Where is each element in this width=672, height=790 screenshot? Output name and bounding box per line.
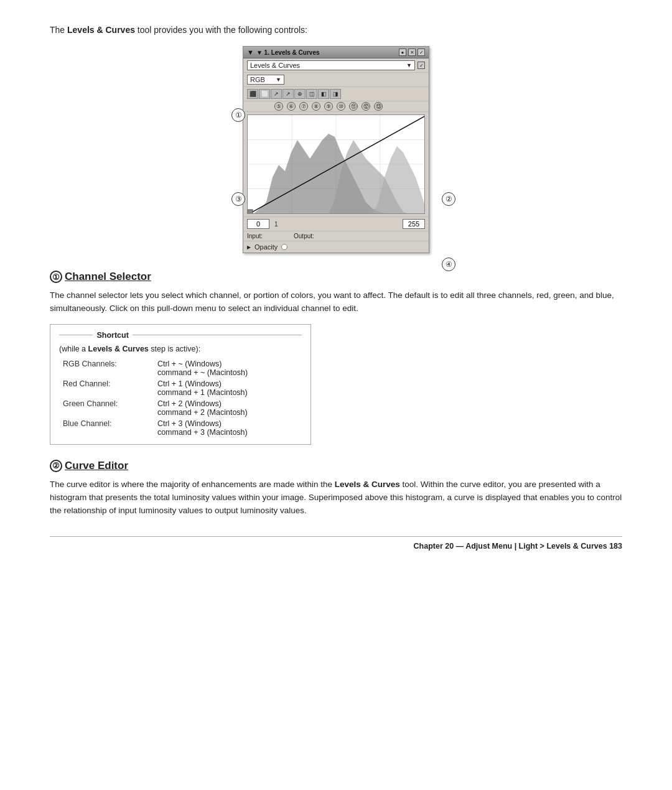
circle-13: ⑬: [374, 102, 383, 111]
input-field-label: Input:: [247, 233, 263, 239]
curve-editor-area: [247, 114, 425, 214]
circle-11: ⑪: [349, 102, 358, 111]
shortcut-row: Green Channel:Ctrl + 2 (Windows)command …: [59, 398, 302, 418]
dropdown-label: Levels & Curves: [250, 62, 300, 69]
channel-selector-number: ①: [50, 271, 62, 283]
shortcut-title: Shortcut: [59, 331, 302, 340]
circle-10: ⑩: [337, 102, 345, 111]
panel-btn-x[interactable]: ✕: [408, 49, 416, 56]
curve-editor-body-bold: Levels & Curves: [335, 480, 400, 489]
opacity-label: Opacity: [254, 243, 278, 251]
curve-editor-heading: ② Curve Editor: [50, 460, 622, 472]
dropdown-check[interactable]: ✓: [418, 62, 425, 69]
shortcut-row-keys: Ctrl + 1 (Windows)command + 1 (Macintosh…: [154, 378, 302, 398]
tool-btn-1[interactable]: ⬛: [247, 89, 258, 99]
callout-1: ①: [231, 108, 245, 122]
intro-bold: Levels & Curves: [67, 25, 135, 35]
tool-btn-3[interactable]: ↗: [271, 89, 282, 99]
panel-btn-check[interactable]: ✓: [418, 49, 425, 56]
levels-curves-dropdown[interactable]: Levels & Curves ▼: [247, 60, 415, 70]
shortcut-row-keys: Ctrl + 3 (Windows)command + 3 (Macintosh…: [154, 418, 302, 438]
circle-8: ⑧: [312, 102, 320, 111]
circle-6: ⑥: [287, 102, 296, 111]
circle-labels-row: ⑤ ⑥ ⑦ ⑧ ⑨ ⑩ ⑪ ⑫ ⑬: [243, 101, 429, 112]
panel-title-label: ▼ 1. Levels & Curves: [256, 49, 320, 56]
intro-text-after: tool provides you with the following con…: [135, 25, 307, 35]
footer-text: Chapter 20 — Adjust Menu | Light > Level…: [414, 542, 622, 551]
panel-title-triangle: ▼: [247, 49, 254, 56]
shortcut-row-label: RGB Channels:: [59, 358, 154, 378]
curve-editor-body-pre: The curve editor is where the majority o…: [50, 480, 335, 489]
channel-dropdown[interactable]: RGB ▼: [247, 75, 284, 85]
panel-diagram: ① ③ ② ④ ▼ ▼ 1. Levels & Curves ● ✕ ✓: [50, 46, 622, 253]
dropdown-arrow-icon: ▼: [406, 62, 412, 68]
callout-3: ③: [231, 192, 245, 206]
panel-dropdown-row: Levels & Curves ▼ ✓: [243, 58, 429, 73]
panel-wrapper: ① ③ ② ④ ▼ ▼ 1. Levels & Curves ● ✕ ✓: [205, 46, 467, 253]
shortcut-box: Shortcut (while a Levels & Curves step i…: [50, 324, 311, 445]
shortcut-table: RGB Channels:Ctrl + ~ (Windows)command +…: [59, 358, 302, 438]
shortcut-row-label: Blue Channel:: [59, 418, 154, 438]
output-val-display: 1: [274, 221, 278, 228]
shortcut-bold: Levels & Curves: [88, 345, 149, 353]
input-output-row: 1: [243, 216, 429, 231]
channel-selector-section: ① Channel Selector The channel selector …: [50, 271, 622, 445]
shortcut-row: RGB Channels:Ctrl + ~ (Windows)command +…: [59, 358, 302, 378]
circle-7: ⑦: [299, 102, 308, 111]
curve-editor-number: ②: [50, 460, 62, 472]
channel-selector-heading: ① Channel Selector: [50, 271, 622, 283]
footer-page: 183: [609, 542, 622, 551]
panel-title-text: ▼ ▼ 1. Levels & Curves: [247, 49, 320, 56]
callout-4: ④: [442, 258, 455, 271]
tool-btn-2[interactable]: ⬜: [259, 89, 270, 99]
curve-editor-body: The curve editor is where the majority o…: [50, 478, 622, 518]
channel-selector-title: Channel Selector: [65, 271, 151, 283]
tool-btn-8[interactable]: ◨: [330, 89, 341, 99]
tool-btn-7[interactable]: ◧: [318, 89, 329, 99]
panel-titlebar: ▼ ▼ 1. Levels & Curves ● ✕ ✓: [243, 47, 429, 58]
opacity-row: ▶ Opacity: [243, 241, 429, 253]
callout-2: ②: [442, 192, 455, 206]
histogram-bars: [248, 134, 424, 213]
tool-btn-5[interactable]: ⊕: [294, 89, 306, 99]
intro-paragraph: The Levels & Curves tool provides you wi…: [50, 25, 622, 35]
tool-btn-4[interactable]: ↗: [282, 89, 294, 99]
shortcut-subtitle: (while a Levels & Curves step is active)…: [59, 345, 302, 353]
footer-chapter: Chapter 20 — Adjust Menu | Light > Level…: [414, 542, 610, 551]
shortcut-pre: (while a: [59, 345, 88, 353]
channel-arrow-icon: ▼: [276, 77, 281, 83]
shortcut-row-label: Red Channel:: [59, 378, 154, 398]
shortcut-row: Red Channel:Ctrl + 1 (Windows)command + …: [59, 378, 302, 398]
circle-9: ⑨: [324, 102, 333, 111]
panel-titlebar-controls: ● ✕ ✓: [399, 49, 425, 56]
footer: Chapter 20 — Adjust Menu | Light > Level…: [50, 536, 622, 551]
shortcut-row: Blue Channel:Ctrl + 3 (Windows)command +…: [59, 418, 302, 438]
opacity-radio[interactable]: [281, 244, 287, 250]
opacity-triangle-icon: ▶: [247, 244, 251, 250]
channel-selector-body: The channel selector lets you select whi…: [50, 289, 622, 315]
intro-text-before: The: [50, 25, 67, 35]
tools-row: ⬛ ⬜ ↗ ↗ ⊕ ◫ ◧ ◨: [243, 87, 429, 101]
curve-handle-left[interactable]: [248, 210, 253, 213]
curve-editor-section: ② Curve Editor The curve editor is where…: [50, 460, 622, 518]
shortcut-post: step is active):: [149, 345, 200, 353]
curve-editor-title: Curve Editor: [65, 460, 128, 472]
levels-curves-panel: ▼ ▼ 1. Levels & Curves ● ✕ ✓ Levels & Cu…: [243, 46, 429, 253]
shortcut-row-label: Green Channel:: [59, 398, 154, 418]
output-field-label: Output:: [294, 233, 314, 239]
tool-btn-6[interactable]: ◫: [306, 89, 317, 99]
shortcut-row-keys: Ctrl + 2 (Windows)command + 2 (Macintosh…: [154, 398, 302, 418]
channel-label: RGB: [250, 76, 265, 83]
input-value-field[interactable]: [247, 219, 269, 229]
grid-svg: [248, 115, 424, 213]
output-value-field[interactable]: [403, 219, 425, 229]
channel-row: RGB ▼: [243, 73, 429, 87]
panel-btn-circle[interactable]: ●: [399, 49, 406, 56]
circle-12: ⑫: [362, 102, 370, 111]
shortcut-row-keys: Ctrl + ~ (Windows)command + ~ (Macintosh…: [154, 358, 302, 378]
circle-5: ⑤: [274, 102, 283, 111]
